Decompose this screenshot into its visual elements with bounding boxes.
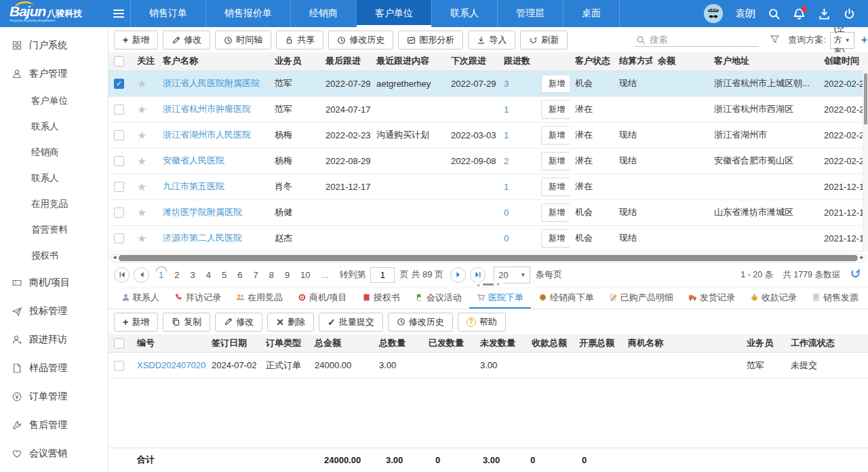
nav-item-sales-quotes[interactable]: 销售报价单: [205, 0, 290, 27]
star-icon[interactable]: ★: [137, 233, 146, 244]
search-icon[interactable]: [768, 7, 781, 20]
sidebar-item-orders[interactable]: 订单管理: [0, 382, 108, 411]
edit-order-button[interactable]: 修改: [215, 313, 262, 332]
star-icon[interactable]: ★: [137, 130, 146, 141]
user-avatar[interactable]: [704, 4, 723, 23]
customer-link[interactable]: 浙江省湖州市人民医院: [163, 130, 251, 140]
sidebar-item-bidding[interactable]: 投标管理: [0, 297, 108, 326]
sidebar-subitem-competing-products[interactable]: 在用竞品: [0, 191, 108, 217]
tab-conference[interactable]: 会议活动: [408, 292, 469, 309]
order-no-link[interactable]: XSDD20240702001: [137, 360, 206, 370]
tab-competing-products[interactable]: 在用竞品: [229, 292, 290, 309]
page-number[interactable]: 7: [253, 270, 258, 280]
follow-count-link[interactable]: 0: [504, 233, 509, 243]
search-input[interactable]: [646, 35, 757, 45]
customer-link[interactable]: 济源市第二人民医院: [163, 233, 242, 243]
sidebar-item-conference-marketing[interactable]: 会议营销: [0, 439, 108, 468]
goto-page-input[interactable]: [370, 267, 395, 283]
horizontal-scrollbar[interactable]: ◄ ►: [110, 254, 867, 262]
refresh-icon[interactable]: [850, 268, 861, 281]
quick-add-button[interactable]: 新增: [541, 100, 570, 119]
first-page-button[interactable]: [114, 267, 130, 283]
sidebar-subitem-contacts[interactable]: 联系人: [0, 114, 108, 140]
prev-page-button[interactable]: [134, 267, 149, 283]
notification-bell-icon[interactable]: [793, 7, 806, 20]
quick-add-button[interactable]: 新增: [541, 229, 570, 248]
order-row-checkbox[interactable]: [114, 361, 124, 371]
timeline-button[interactable]: 时间轴: [215, 31, 271, 50]
tab-shipping-records[interactable]: 发货记录: [681, 292, 743, 309]
customer-link[interactable]: 安徽省人民医院: [163, 155, 224, 165]
scrollbar-thumb[interactable]: [864, 73, 867, 125]
quick-add-button[interactable]: 新增: [541, 152, 570, 170]
page-size-select[interactable]: 20▼: [494, 267, 530, 283]
next-page-button[interactable]: [450, 267, 466, 283]
follow-count-link[interactable]: 2: [504, 156, 509, 166]
add-button[interactable]: +新增: [114, 31, 158, 50]
order-edit-history-button[interactable]: 修改历史: [388, 313, 453, 332]
follow-count-link[interactable]: 3: [504, 79, 509, 89]
scroll-left-arrow[interactable]: ◄: [111, 255, 119, 260]
follow-count-link[interactable]: 1: [504, 130, 509, 140]
tab-sub-units[interactable]: 下属单位: [866, 292, 868, 309]
quick-add-button[interactable]: 新增: [541, 75, 570, 93]
sidebar-item-portal[interactable]: 门户系统: [0, 31, 108, 60]
nav-item-management[interactable]: 管理层: [497, 0, 563, 27]
tab-visit-records[interactable]: 拜访记录: [167, 292, 229, 309]
page-number[interactable]: 8: [269, 270, 274, 280]
star-icon[interactable]: ★: [137, 155, 146, 167]
vertical-scrollbar[interactable]: [863, 71, 868, 252]
page-number[interactable]: 10: [300, 270, 310, 280]
page-number[interactable]: 2: [174, 270, 179, 280]
copy-order-button[interactable]: 复制: [163, 313, 210, 332]
tab-purchased-details[interactable]: 已购产品明细: [601, 292, 681, 309]
select-all-checkbox[interactable]: [114, 56, 124, 66]
import-button[interactable]: 导入: [468, 31, 515, 50]
add-scheme-button[interactable]: +: [861, 35, 867, 45]
last-page-button[interactable]: [470, 267, 486, 283]
delete-order-button[interactable]: ✕删除: [267, 313, 314, 332]
chart-analysis-button[interactable]: 图形分析: [398, 31, 463, 50]
scrollbar-thumb[interactable]: [119, 255, 858, 261]
follow-count-link[interactable]: 0: [504, 208, 509, 218]
download-icon[interactable]: [818, 7, 831, 20]
batch-submit-button[interactable]: ✓批量提交: [319, 313, 383, 332]
customer-link[interactable]: 潍坊医学院附属医院: [163, 207, 242, 217]
row-checkbox[interactable]: [114, 182, 124, 192]
row-checkbox[interactable]: [114, 79, 124, 89]
sidebar-item-opportunity[interactable]: 商机/项目: [0, 269, 108, 297]
nav-item-dealers[interactable]: 经销商: [290, 0, 356, 27]
page-number[interactable]: 5: [222, 270, 226, 280]
row-checkbox[interactable]: [114, 156, 124, 166]
row-checkbox[interactable]: [114, 104, 124, 115]
help-button[interactable]: ?帮助: [458, 313, 506, 332]
star-icon[interactable]: ★: [137, 78, 146, 90]
nav-item-contacts[interactable]: 联系人: [431, 0, 497, 27]
scroll-right-arrow[interactable]: ►: [858, 255, 866, 260]
add-order-button[interactable]: +新增: [114, 313, 158, 332]
sidebar-subitem-contacts-2[interactable]: 联系人: [0, 165, 108, 191]
star-icon[interactable]: ★: [137, 181, 146, 193]
sidebar-subitem-dealers[interactable]: 经销商: [0, 140, 108, 165]
refresh-button[interactable]: 刷新: [520, 31, 568, 50]
sidebar-subitem-customer-unit[interactable]: 客户单位: [0, 88, 108, 114]
customer-link[interactable]: 九江市第五医院: [163, 181, 224, 191]
edit-history-button[interactable]: 修改历史: [328, 31, 393, 50]
power-icon[interactable]: [843, 7, 856, 20]
query-scheme-select[interactable]: (空方案)▼: [830, 32, 854, 49]
follow-count-link[interactable]: 1: [504, 104, 509, 115]
sidebar-subitem-authorization[interactable]: 授权书: [0, 243, 108, 269]
edit-button[interactable]: 修改: [163, 31, 210, 50]
tab-hospital-orders[interactable]: 医院下单: [469, 292, 531, 309]
tab-dealer-orders[interactable]: 经销商下单: [531, 292, 601, 309]
select-all-orders-checkbox[interactable]: [114, 338, 124, 349]
quick-add-button[interactable]: 新增: [541, 178, 570, 196]
customer-link[interactable]: 浙江省人民医院附属医院: [163, 78, 260, 88]
page-ellipsis[interactable]: ...: [321, 270, 329, 280]
customer-link[interactable]: 浙江省杭州市肿瘤医院: [163, 104, 251, 114]
panel-collapse-handle[interactable]: ▲▼: [473, 282, 503, 287]
star-icon[interactable]: ★: [137, 104, 146, 115]
page-number[interactable]: 6: [237, 270, 242, 280]
tab-opportunity[interactable]: 商机/项目: [290, 292, 355, 309]
tab-authorization[interactable]: 授权书: [355, 292, 408, 309]
